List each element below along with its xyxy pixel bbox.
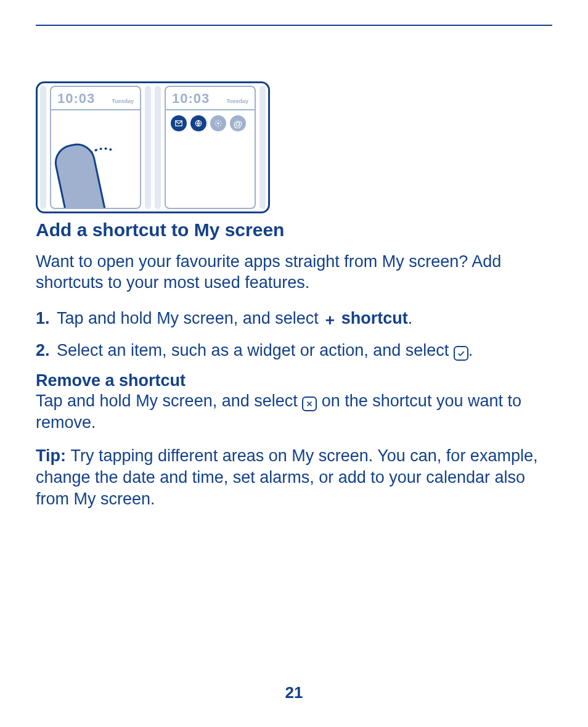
phone-edge-mid-right xyxy=(155,86,161,209)
illustration: 10:03 Tuesday 10:03 Tuesday xyxy=(36,81,270,213)
gear-icon xyxy=(210,115,226,131)
phone-edge-mid-left xyxy=(145,86,151,209)
top-rule xyxy=(36,25,552,26)
step-text: Select an item, such as a widget or acti… xyxy=(57,341,454,359)
tip-paragraph: Tip: Try tapping different areas on My s… xyxy=(36,445,552,510)
tip-label: Tip: xyxy=(36,446,71,465)
phone-screen-after: 10:03 Tuesday @ xyxy=(165,86,256,209)
at-icon: @ xyxy=(230,115,246,131)
status-bar: 10:03 Tuesday xyxy=(51,87,140,110)
globe-icon xyxy=(190,115,206,131)
clock-time: 10:03 xyxy=(57,91,95,107)
checkmark-box-icon xyxy=(454,346,468,361)
step-2: 2. Select an item, such as a widget or a… xyxy=(36,339,552,361)
close-box-icon xyxy=(302,396,317,411)
phone-screen-before: 10:03 Tuesday xyxy=(50,86,141,209)
step-list: 1. Tap and hold My screen, and select + … xyxy=(36,307,552,362)
status-bar: 10:03 Tuesday xyxy=(166,87,255,110)
intro-text: Want to open your favourite apps straigh… xyxy=(36,252,552,294)
remove-heading: Remove a shortcut xyxy=(36,371,552,390)
shortcut-label: shortcut xyxy=(337,309,408,327)
remove-text-a: Tap and hold My screen, and select xyxy=(36,392,302,410)
phone-edge-left xyxy=(40,86,46,209)
manual-page: 10:03 Tuesday 10:03 Tuesday xyxy=(0,0,588,510)
page-number: 21 xyxy=(0,683,588,702)
section-heading: Add a shortcut to My screen xyxy=(36,220,552,240)
plus-icon: + xyxy=(323,313,337,327)
svg-point-1 xyxy=(217,122,219,125)
step-text: Tap and hold My screen, and select xyxy=(57,309,323,327)
clock-day: Tuesday xyxy=(112,98,134,104)
step-1: 1. Tap and hold My screen, and select + … xyxy=(36,307,552,329)
mail-icon xyxy=(171,115,187,131)
step-text-end: . xyxy=(408,309,413,327)
phone-edge-right xyxy=(259,86,266,209)
clock-day: Tuesday xyxy=(226,98,248,104)
shortcut-row: @ xyxy=(166,110,255,136)
clock-time: 10:03 xyxy=(172,91,210,107)
step-number: 2. xyxy=(36,339,50,361)
tip-body: Try tapping different areas on My screen… xyxy=(36,446,537,508)
step-text-end: . xyxy=(468,341,473,359)
phone-content xyxy=(51,110,140,208)
step-number: 1. xyxy=(36,307,50,329)
remove-body: Tap and hold My screen, and select on th… xyxy=(36,390,552,433)
